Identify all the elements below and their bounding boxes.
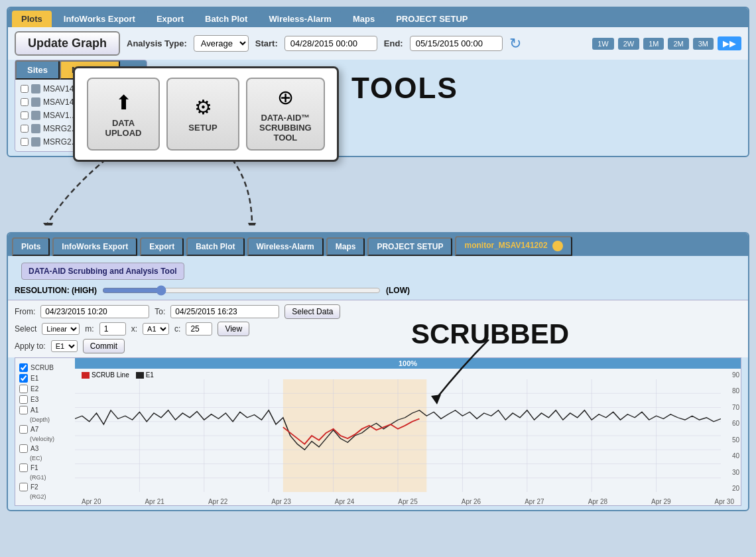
analysis-type-select[interactable]: Average: [194, 35, 249, 52]
view-button[interactable]: View: [218, 322, 249, 336]
tab-batch-plot[interactable]: Batch Plot: [196, 11, 257, 27]
legend-f2-label: F2: [31, 483, 38, 491]
end-label: End:: [384, 38, 403, 48]
inline-legend-e1: E1: [136, 371, 154, 379]
btab-project-setup[interactable]: PROJECT SETUP: [367, 237, 452, 256]
from-row: From: To: Select Data: [15, 304, 741, 319]
resolution-slider[interactable]: [102, 285, 381, 296]
x-label: x:: [131, 324, 137, 334]
legend-e3-label: E3: [31, 396, 38, 403]
select-type-select[interactable]: Linear: [42, 323, 80, 335]
chart-container: SCRUB E1 E2 E3 A1 (Depth) A7: [15, 357, 741, 506]
legend-scrub: SCRUB: [19, 363, 71, 372]
tab-maps[interactable]: Maps: [344, 11, 384, 27]
btab-export[interactable]: Export: [140, 237, 184, 256]
data-aid-bar[interactable]: DATA-AID Scrubbing and Analysis Tool: [21, 263, 184, 280]
legend-a1-checkbox[interactable]: [19, 406, 28, 414]
resolution-row: RESOLUTION: (HIGH) (LOW): [8, 282, 748, 300]
m-input[interactable]: [99, 322, 126, 336]
legend-rg2-label: (RG2): [19, 493, 71, 500]
legend-f2-checkbox[interactable]: [19, 483, 28, 491]
monitor-checkbox-3[interactable]: [21, 111, 29, 119]
start-date-input[interactable]: [284, 36, 377, 51]
legend-velocity-label: (Velocity): [19, 436, 71, 442]
monitor-icon-3: [31, 111, 40, 120]
bottom-tab-bar: Plots InfoWorks Export Export Batch Plot…: [8, 233, 748, 256]
chart-progress-bar: 100%: [75, 358, 741, 369]
3m-button[interactable]: 3M: [693, 38, 714, 50]
bottom-panel: Plots InfoWorks Export Export Batch Plot…: [7, 232, 749, 511]
legend-a7: A7: [19, 425, 71, 434]
data-aid-button[interactable]: ⊕ DATA-AID™SCRUBBINGTOOL: [246, 78, 325, 151]
select-row: Select Linear m: x: A1 c: View: [15, 322, 741, 336]
legend-e3: E3: [19, 395, 71, 404]
c-input[interactable]: [186, 322, 212, 336]
chart-x-axis: Apr 20 Apr 21 Apr 22 Apr 23 Apr 24 Apr 2…: [75, 498, 741, 505]
monitor-icon-5: [31, 137, 40, 147]
start-label: Start:: [255, 38, 278, 48]
monitor-checkbox-1[interactable]: [21, 85, 29, 93]
analysis-type-label: Analysis Type:: [127, 38, 187, 48]
upload-icon: ⬆: [115, 91, 132, 114]
tab-project-setup[interactable]: PROJECT SETUP: [387, 11, 477, 27]
legend-a3-checkbox[interactable]: [19, 444, 28, 453]
tab-plots[interactable]: Plots: [12, 11, 52, 27]
monitor-checkbox-4[interactable]: [21, 125, 29, 133]
legend-f1-checkbox[interactable]: [19, 464, 28, 472]
monitor-icon-2: [31, 97, 40, 107]
monitor-checkbox-2[interactable]: [21, 98, 29, 106]
end-date-input[interactable]: [410, 36, 503, 51]
forward-button[interactable]: ▶▶: [718, 36, 741, 50]
x-select[interactable]: A1: [143, 323, 169, 335]
monitor-checkbox-5[interactable]: [21, 138, 29, 146]
to-input[interactable]: [170, 305, 279, 318]
from-input[interactable]: [40, 305, 149, 318]
1w-button[interactable]: 1W: [592, 38, 614, 50]
2m-button[interactable]: 2M: [668, 38, 688, 50]
tab-infoworks[interactable]: InfoWorks Export: [54, 11, 145, 27]
legend-e1: E1: [19, 374, 71, 383]
btab-infoworks[interactable]: InfoWorks Export: [52, 237, 137, 256]
btab-maps[interactable]: Maps: [326, 237, 365, 256]
setup-button[interactable]: ⚙ SETUP: [166, 78, 239, 151]
subtab-sites[interactable]: Sites: [15, 60, 60, 80]
1m-button[interactable]: 1M: [643, 38, 664, 50]
legend-a7-checkbox[interactable]: [19, 425, 28, 434]
tab-export[interactable]: Export: [147, 11, 193, 27]
commit-button[interactable]: Commit: [83, 339, 125, 353]
data-upload-button[interactable]: ⬆ DATAUPLOAD: [87, 78, 160, 151]
legend-e1-label: E1: [31, 375, 38, 382]
plus-circle-icon: ⊕: [277, 86, 294, 109]
legend-scrub-label: SCRUB: [31, 364, 54, 371]
select-label: Select: [15, 324, 36, 334]
btab-monitor[interactable]: monitor_MSAV141202: [455, 236, 572, 256]
update-graph-button[interactable]: Update Graph: [15, 31, 120, 56]
form-area: From: To: Select Data Select Linear m: x…: [8, 300, 748, 357]
refresh-button[interactable]: ↻: [509, 35, 521, 52]
legend-depth-label: (Depth): [19, 416, 71, 423]
legend-e3-checkbox[interactable]: [19, 395, 28, 404]
toolbar-row: Update Graph Analysis Type: Average Star…: [8, 27, 748, 60]
btab-plots[interactable]: Plots: [12, 237, 50, 256]
tab-wireless[interactable]: Wireless-Alarm: [259, 11, 341, 27]
e1-line-color: [136, 372, 144, 379]
legend-a1-label: A1: [31, 406, 38, 414]
monitor-icon-1: [31, 84, 40, 93]
apply-to-label: Apply to:: [15, 341, 46, 351]
progress-text: 100%: [399, 359, 417, 367]
2w-button[interactable]: 2W: [618, 38, 640, 50]
legend-rg1-label: (RG1): [19, 474, 71, 481]
btab-wireless[interactable]: Wireless-Alarm: [247, 237, 324, 256]
select-data-button[interactable]: Select Data: [284, 304, 340, 319]
apply-to-select[interactable]: E1: [51, 340, 78, 352]
chart-legend: SCRUB E1 E2 E3 A1 (Depth) A7: [15, 358, 75, 505]
setup-label: SETUP: [188, 123, 217, 133]
legend-e2-checkbox[interactable]: [19, 385, 28, 393]
legend-scrub-checkbox[interactable]: [19, 363, 28, 372]
apply-row: Apply to: E1 Commit: [15, 339, 741, 353]
legend-e1-checkbox[interactable]: [19, 374, 28, 383]
btab-batch[interactable]: Batch Plot: [186, 237, 244, 256]
monitor-icon-4: [31, 124, 40, 133]
monitor-label-3: MSAV1...: [43, 111, 76, 120]
arrow-diagram: [0, 159, 756, 225]
